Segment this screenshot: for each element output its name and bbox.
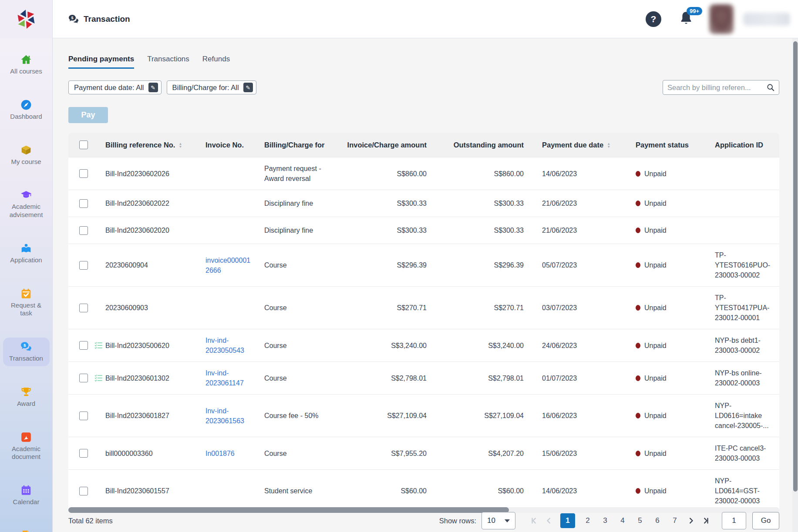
header-cell: Billing/Charge for [258,134,338,156]
page-number-1[interactable]: 1 [560,513,575,528]
payment-status: Unpaid [644,486,667,496]
row-checkbox[interactable] [79,412,88,420]
sidebar-item-label: Academic advisement [5,203,48,219]
vertical-scrollbar[interactable] [792,38,798,532]
sidebar-item-transaction[interactable]: $Transaction [3,338,50,366]
row-checkbox[interactable] [79,261,88,270]
column-header-label[interactable]: Billing reference No. [105,141,175,149]
filter-chip-payment-due-date[interactable]: Payment due date: All✎ [68,80,162,94]
sidebar-item-application[interactable]: Application [3,239,50,268]
header-cell: Invoice/Charge amount [338,134,432,156]
sidebar-item-calendar[interactable]: Calendar [3,481,50,510]
row-checkbox[interactable] [79,449,88,458]
search-input[interactable] [667,84,767,92]
pay-button[interactable]: Pay [68,107,108,123]
payment-due-date: 01/07/2023 [542,375,577,382]
sidebar-item-award[interactable]: Award [3,383,50,412]
billing-reference: 20230600903 [105,304,148,311]
app-logo[interactable] [0,0,52,38]
logo-pinwheel-icon [15,8,37,30]
billing-charge-for: Disciplinary fine [264,200,313,207]
status-dot-icon [636,413,640,418]
sort-arrows-icon[interactable]: ▲▼ [607,142,610,148]
billing-charge-for: Course [264,375,287,382]
transaction-title-icon: $ [68,14,79,24]
sidebar-item-all-courses[interactable]: All courses [3,50,50,79]
sidebar-item-resource[interactable]: Resource [3,526,50,532]
table-row: Bill-Ind20230601827Inv-ind-2023061563Cou… [68,394,779,437]
row-checkbox[interactable] [79,226,88,235]
first-page-button[interactable] [529,517,540,525]
page-number-2[interactable]: 2 [583,513,593,528]
go-button[interactable]: Go [752,512,779,529]
invoice-link[interactable]: Inv-ind-2023061563 [205,407,244,425]
sidebar-item-dashboard[interactable]: Dashboard [3,96,50,124]
row-checkbox[interactable] [79,304,88,312]
notifications-button[interactable]: 99+ [680,11,693,27]
first-page-icon [530,517,538,525]
header-cell: Outstanding amount [432,134,529,156]
sidebar-item-academic-document[interactable]: Academic document [3,428,50,465]
column-header-label[interactable]: Payment due date [542,141,603,149]
table-row: bill0000003360In001876CourseS$7,955.20S$… [68,437,779,469]
invoice-link[interactable]: Inv-ind-2023050543 [205,337,244,354]
page-number-3[interactable]: 3 [600,513,610,528]
billing-charge-for: Payment request - Award reversal [264,165,321,182]
prev-page-button[interactable] [543,517,555,525]
status-dot-icon [636,488,640,494]
invoice-link[interactable]: Inv-ind-2023061147 [205,369,244,387]
invoice-charge-amount: S$860.00 [397,170,427,177]
row-checkbox[interactable] [79,199,88,208]
page-numbers: 1234567 [556,513,684,528]
sidebar-item-request-task[interactable]: Request & task [3,284,50,321]
filter-chip-billing-charge-for[interactable]: Billing/Charge for: All✎ [167,80,256,94]
application-id: NYP-LD0614=GST-230002-00003 [715,477,760,505]
application-id: TP-YTEST0417PUA-230012-00001 [715,294,769,321]
page-number-5[interactable]: 5 [635,513,645,528]
topbar: $ Transaction ? 99+ [53,0,798,38]
tab-bar: Pending paymentsTransactionsRefunds [68,55,798,69]
sidebar-item-label: Academic document [5,445,48,462]
invoice-link[interactable]: In001876 [205,450,235,457]
row-checkbox[interactable] [79,341,88,350]
last-page-button[interactable] [700,517,711,525]
row-checkbox[interactable] [79,169,88,178]
sidebar-item-my-course[interactable]: My course [3,141,50,170]
page-number-6[interactable]: 6 [653,513,662,528]
page-number-7[interactable]: 7 [670,513,680,528]
invoice-charge-amount: S$296.39 [397,261,427,269]
calendar-check-icon [20,288,32,299]
select-all-checkbox[interactable] [79,141,88,149]
next-page-button[interactable] [685,517,697,525]
billing-reference: Bill-Ind20230602022 [105,200,169,207]
status-dot-icon [636,451,640,456]
tab-refunds[interactable]: Refunds [202,55,230,69]
help-icon[interactable]: ? [646,11,661,27]
invoice-link[interactable]: invoice0000012666 [205,257,250,274]
payment-status: Unpaid [644,303,667,313]
payment-due-date: 14/06/2023 [542,487,577,495]
total-items-label: Total 62 items [68,517,113,525]
invoice-charge-amount: S$270.71 [397,304,427,311]
page-number-4[interactable]: 4 [618,513,627,528]
avatar[interactable] [709,4,734,34]
edit-pencil-icon[interactable]: ✎ [243,83,253,92]
vertical-scrollbar-thumb[interactable] [793,41,798,492]
edit-pencil-icon[interactable]: ✎ [148,83,158,92]
row-checkbox[interactable] [79,487,88,495]
trophy-icon [20,386,32,398]
sort-arrows-icon[interactable]: ▲▼ [178,142,182,148]
rows-per-page-select[interactable]: 10 [481,512,515,529]
tab-transactions[interactable]: Transactions [147,55,189,69]
search-icon[interactable] [767,84,774,91]
user-name-redacted [743,13,790,26]
page-jump-input[interactable] [722,512,746,529]
home-icon [20,54,32,65]
billing-charge-for: Disciplinary fine [264,227,313,234]
row-checkbox[interactable] [79,374,88,382]
payment-due-date: 21/06/2023 [542,227,577,234]
outstanding-amount: S$60.00 [498,487,524,495]
notification-badge: 99+ [687,7,702,15]
tab-pending-payments[interactable]: Pending payments [68,55,134,69]
sidebar-item-academic-advisement[interactable]: Academic advisement [3,186,50,223]
